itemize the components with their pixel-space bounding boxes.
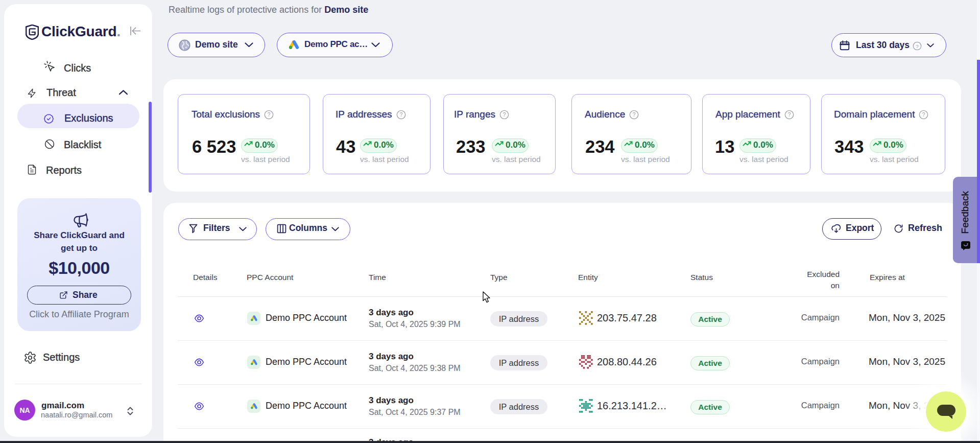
- svg-text:?: ?: [633, 111, 636, 118]
- svg-text:?: ?: [916, 43, 919, 49]
- svg-text:?: ?: [503, 111, 506, 118]
- svg-text:?: ?: [399, 111, 402, 118]
- svg-text:?: ?: [268, 111, 271, 118]
- svg-text:?: ?: [787, 111, 791, 118]
- svg-text:?: ?: [922, 111, 925, 118]
